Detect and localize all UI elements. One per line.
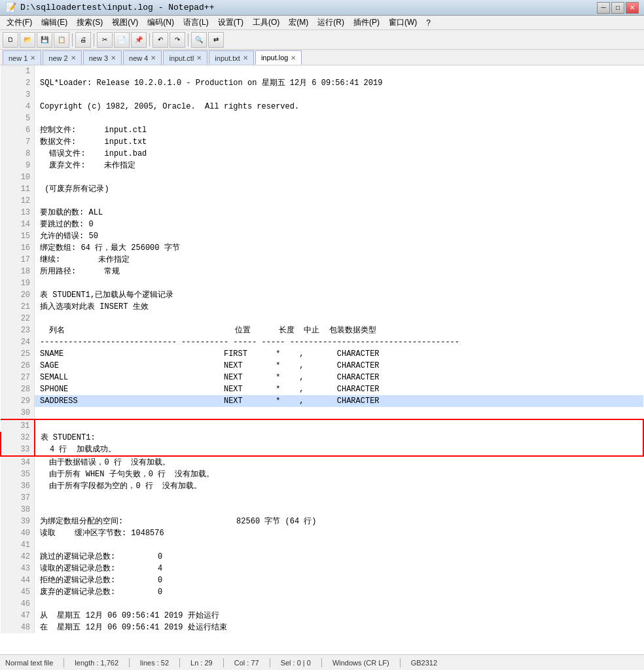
line-content[interactable] <box>35 65 643 77</box>
tab-new3[interactable]: new 3✕ <box>83 50 122 65</box>
line-content[interactable]: 插入选项对此表 INSERT 生效 <box>35 301 643 313</box>
charset-status: GB2312 <box>411 659 437 667</box>
line-content[interactable]: 要跳过的数: 0 <box>35 219 643 230</box>
tab-close-icon[interactable]: ✕ <box>71 54 76 62</box>
line-content[interactable]: 绑定数组: 64 行，最大 256000 字节 <box>35 242 643 254</box>
line-content[interactable] <box>35 407 643 419</box>
line-content[interactable]: 要加载的数: ALL <box>35 207 643 219</box>
line-content[interactable]: 从 星期五 12月 06 09:56:41 2019 开始运行 <box>35 610 643 622</box>
line-content[interactable]: 4 行 加载成功。 <box>35 444 643 456</box>
line-content[interactable] <box>35 419 643 432</box>
find-button[interactable]: 🔍 <box>191 32 207 48</box>
undo-button[interactable]: ↶ <box>152 32 168 48</box>
editor-area: 12SQL*Loader: Release 10.2.0.1.0 - Produ… <box>0 65 644 654</box>
menu-item-n[interactable]: 编码(N) <box>143 16 178 29</box>
menu-item-e[interactable]: 编辑(E) <box>37 16 71 29</box>
line-content[interactable]: 继续: 未作指定 <box>35 254 643 266</box>
redo-button[interactable]: ↷ <box>170 32 185 48</box>
minimize-button[interactable]: ─ <box>597 2 610 14</box>
line-content[interactable]: SQL*Loader: Release 10.2.0.1.0 - Product… <box>35 77 643 89</box>
menu-item-r[interactable]: 运行(R) <box>313 16 348 29</box>
menu-item-p[interactable]: 插件(P) <box>349 16 384 29</box>
new-file-button[interactable]: 🗋 <box>3 32 18 48</box>
line-content[interactable] <box>35 171 643 183</box>
line-content[interactable]: 错误文件: input.bad <box>35 148 643 160</box>
line-content[interactable]: 为绑定数组分配的空间: 82560 字节 (64 行) <box>35 516 643 527</box>
tab-new2[interactable]: new 2✕ <box>43 50 81 65</box>
line-content[interactable]: Copyright (c) 1982, 2005, Oracle. All ri… <box>35 101 643 113</box>
line-content[interactable]: 由于所有 WHEN 子句失败，0 行 没有加载。 <box>35 468 643 480</box>
tab-close-icon[interactable]: ✕ <box>291 54 296 62</box>
tab-close-icon[interactable]: ✕ <box>196 54 202 62</box>
close-button[interactable]: ✕ <box>626 2 639 14</box>
line-content[interactable]: SEMALL NEXT * , CHARACTER <box>35 372 643 383</box>
line-content[interactable]: SNAME FIRST * , CHARACTER <box>35 348 643 360</box>
replace-button[interactable]: ⇄ <box>208 32 224 48</box>
tab-inputlog[interactable]: input.log✕ <box>255 50 302 65</box>
line-content[interactable]: 跳过的逻辑记录总数: 0 <box>35 551 643 563</box>
line-content[interactable]: 废弃的逻辑记录总数: 0 <box>35 586 643 598</box>
line-content[interactable]: 表 STUDENT1,已加载从每个逻辑记录 <box>35 289 643 301</box>
tab-inputctl[interactable]: input.ctl✕ <box>163 50 207 65</box>
line-content[interactable]: 废弃文件: 未作指定 <box>35 160 643 171</box>
tab-new4[interactable]: new 4✕ <box>123 50 162 65</box>
copy-button[interactable]: 📄 <box>114 32 130 48</box>
menu-item-t[interactable]: 设置(T) <box>214 16 247 29</box>
print-button[interactable]: 🖨 <box>75 32 91 48</box>
table-row: 33 4 行 加载成功。 <box>1 444 643 456</box>
tab-close-icon[interactable]: ✕ <box>151 54 156 62</box>
line-content[interactable]: 数据文件: input.txt <box>35 136 643 148</box>
line-content[interactable]: SPHONE NEXT * , CHARACTER <box>35 383 643 395</box>
menu-item-v[interactable]: 视图(V) <box>108 16 142 29</box>
line-content[interactable] <box>35 539 643 551</box>
line-content[interactable]: 读取 缓冲区字节数: 1048576 <box>35 527 643 539</box>
line-content[interactable] <box>35 504 643 516</box>
lines-status: lines : 52 <box>140 659 169 667</box>
line-content[interactable] <box>35 492 643 504</box>
line-content[interactable]: SAGE NEXT * , CHARACTER <box>35 360 643 372</box>
line-content[interactable]: ----------------------------- ----------… <box>35 336 643 348</box>
line-number: 28 <box>1 383 35 395</box>
line-content[interactable]: 允许的错误: 50 <box>35 230 643 242</box>
menu-item-f[interactable]: 文件(F) <box>3 16 36 29</box>
line-content[interactable]: 列名 位置 长度 中止 包装数据类型 <box>35 325 643 336</box>
line-content[interactable]: 表 STUDENT1: <box>35 432 643 444</box>
line-content[interactable] <box>35 598 643 610</box>
line-content[interactable]: (可废弃所有记录) <box>35 183 643 195</box>
tab-new1[interactable]: new 1✕ <box>3 50 41 65</box>
line-content[interactable]: 控制文件: input.ctl <box>35 124 643 136</box>
table-row: 48在 星期五 12月 06 09:56:41 2019 处运行结束 <box>1 622 643 633</box>
table-row: 13要加载的数: ALL <box>1 207 643 219</box>
table-row: 36 由于所有字段都为空的，0 行 没有加载。 <box>1 480 643 492</box>
menu-item-[interactable]: ? <box>422 17 435 29</box>
save-all-button[interactable]: 📋 <box>54 32 69 48</box>
line-content[interactable]: 由于所有字段都为空的，0 行 没有加载。 <box>35 480 643 492</box>
open-file-button[interactable]: 📂 <box>20 32 35 48</box>
line-content[interactable]: 读取的逻辑记录总数: 4 <box>35 563 643 574</box>
menu-item-w[interactable]: 窗口(W) <box>385 16 421 29</box>
line-content[interactable]: 在 星期五 12月 06 09:56:41 2019 处运行结束 <box>35 622 643 633</box>
line-content[interactable] <box>35 313 643 325</box>
menu-item-m[interactable]: 宏(M) <box>285 16 312 29</box>
tab-close-icon[interactable]: ✕ <box>111 54 116 62</box>
tab-close-icon[interactable]: ✕ <box>243 54 248 62</box>
save-button[interactable]: 💾 <box>37 32 52 48</box>
line-content[interactable] <box>35 195 643 207</box>
line-content[interactable]: 由于数据错误，0 行 没有加载。 <box>35 456 643 468</box>
paste-button[interactable]: 📌 <box>131 32 147 48</box>
line-content[interactable]: 拒绝的逻辑记录总数: 0 <box>35 574 643 586</box>
line-content[interactable]: 所用路径: 常规 <box>35 266 643 277</box>
menu-item-l[interactable]: 语言(L) <box>179 16 213 29</box>
table-row: 20表 STUDENT1,已加载从每个逻辑记录 <box>1 289 643 301</box>
menu-item-s[interactable]: 搜索(S) <box>73 16 107 29</box>
line-content[interactable]: SADDRESS NEXT * , CHARACTER <box>35 395 643 407</box>
tab-inputtxt[interactable]: input.txt✕ <box>209 50 254 65</box>
tab-close-icon[interactable]: ✕ <box>30 54 35 62</box>
cut-button[interactable]: ✂ <box>97 32 113 48</box>
menu-item-o[interactable]: 工具(O) <box>249 16 283 29</box>
line-content[interactable] <box>35 277 643 289</box>
table-row: 28SPHONE NEXT * , CHARACTER <box>1 383 643 395</box>
maximize-button[interactable]: □ <box>611 2 624 14</box>
line-content[interactable] <box>35 113 643 124</box>
line-content[interactable] <box>35 89 643 101</box>
